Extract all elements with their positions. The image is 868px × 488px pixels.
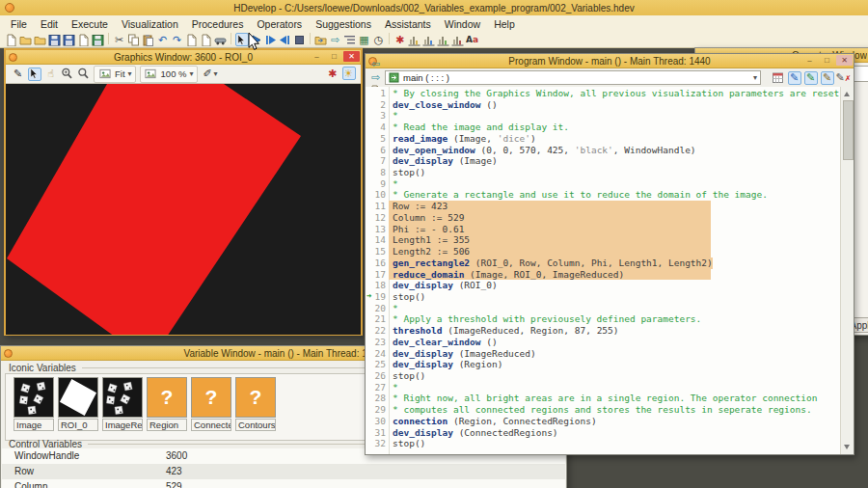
set-pc-icon[interactable]: ⇨ xyxy=(329,33,342,46)
zoom-in-icon[interactable] xyxy=(61,68,74,81)
maximize-button[interactable]: □ xyxy=(326,51,342,62)
histogram-icon[interactable] xyxy=(422,33,436,46)
suggest-icon[interactable]: ✱ xyxy=(393,33,407,46)
nav-forward-icon[interactable]: ⇨ xyxy=(369,71,383,85)
code-line-23[interactable]: 23dev_clear_window () xyxy=(366,337,841,348)
iconic-variable-ImageReduced[interactable]: ImageReduced xyxy=(102,377,143,431)
code-line-19[interactable]: 19➜stop() xyxy=(366,291,841,303)
code-line-25[interactable]: 25dev_display (Region) xyxy=(366,359,841,370)
code-line-7[interactable]: 7dev_display (Image) xyxy=(366,155,841,167)
iconic-variable-Contours[interactable]: ?Contours xyxy=(235,377,276,431)
code-line-30[interactable]: 30connection (Region, ConnectedRegions) xyxy=(366,416,841,427)
code-line-21[interactable]: 21* Apply a threshold with previousely d… xyxy=(366,313,841,325)
code-line-15[interactable]: 15Length2 := 506 xyxy=(366,246,841,258)
code-line-8[interactable]: 8stop() xyxy=(366,167,841,178)
code-line-11[interactable]: 11Row := 423 xyxy=(366,201,841,212)
code-line-13[interactable]: 13Phi := - 0.61 xyxy=(366,224,841,235)
program-window-title-bar[interactable]: Program Window - main () - Main Thread: … xyxy=(366,54,854,68)
profiler-icon[interactable]: ◷ xyxy=(372,33,386,46)
edit-mode-icon[interactable]: ✎ xyxy=(788,71,801,85)
menu-execute[interactable]: Execute xyxy=(65,17,115,31)
minimize-button[interactable]: – xyxy=(801,55,818,66)
bookmark-icon[interactable] xyxy=(772,71,785,85)
variable-thumbnail[interactable]: ? xyxy=(147,377,187,418)
menu-visualization[interactable]: Visualization xyxy=(115,17,185,31)
code-line-24[interactable]: 24dev_display (ImageReduced) xyxy=(366,348,841,360)
draw-tool-icon[interactable]: ✱ xyxy=(326,67,339,80)
chevron-down-icon[interactable]: ▾ xyxy=(214,69,218,78)
code-line-12[interactable]: 12Column := 529 xyxy=(366,212,841,224)
code-line-28[interactable]: 28* Right now, all bright areas are in a… xyxy=(366,393,841,404)
stop-icon[interactable] xyxy=(293,33,307,46)
reset-program-icon[interactable] xyxy=(314,33,328,46)
export-icon[interactable] xyxy=(92,33,105,46)
undo-icon[interactable]: ↶ xyxy=(156,33,170,46)
menu-edit[interactable]: Edit xyxy=(34,17,65,31)
zoom-mode-icon[interactable] xyxy=(77,68,91,81)
fit-zoom-select[interactable]: Fit▾ xyxy=(94,66,136,83)
code-line-1[interactable]: 1* By closing the Graphics Window, all p… xyxy=(366,88,841,99)
open-example-icon[interactable] xyxy=(34,33,47,46)
clear-breakpoints-icon[interactable]: ✎✗ xyxy=(837,71,851,85)
code-line-9[interactable]: 9* xyxy=(366,178,841,190)
menu-suggestions[interactable]: Suggestions xyxy=(309,17,378,31)
syntax-check-icon[interactable]: ✎ xyxy=(821,71,834,85)
code-line-17[interactable]: 17reduce_domain (Image, ROI_0, ImageRedu… xyxy=(366,269,841,281)
grid-icon[interactable]: ▦ xyxy=(358,33,371,46)
code-editor[interactable]: 1* By closing the Graphics Window, all p… xyxy=(366,87,854,454)
vertical-scrollbar[interactable] xyxy=(840,87,854,454)
step-out-icon[interactable] xyxy=(279,33,292,46)
menu-procedures[interactable]: Procedures xyxy=(185,17,251,31)
light-icon[interactable]: ☀ xyxy=(342,67,356,80)
cut-icon[interactable]: ✂ xyxy=(113,33,126,46)
graphics-canvas[interactable] xyxy=(6,84,361,335)
open-program-icon[interactable] xyxy=(19,33,33,46)
iconic-variable-Image[interactable]: Image xyxy=(14,377,54,431)
iconic-variable-ROI_0[interactable]: ROI_0 xyxy=(58,377,98,431)
code-line-16[interactable]: 16gen_rectangle2 (ROI_0, Row, Column, Ph… xyxy=(366,258,841,269)
code-line-14[interactable]: 14Length1 := 355 xyxy=(366,234,841,246)
close-button[interactable]: ✕ xyxy=(343,51,360,62)
annotate-pen-icon[interactable]: ✎ xyxy=(12,68,25,81)
revert-icon[interactable] xyxy=(77,33,91,46)
code-line-5[interactable]: 5read_image (Image, 'dice') xyxy=(366,133,841,145)
maximize-button[interactable]: □ xyxy=(819,55,835,66)
menu-file[interactable]: File xyxy=(4,17,34,31)
code-line-29[interactable]: 29* computes all connected regions and s… xyxy=(366,404,841,416)
menu-help[interactable]: Help xyxy=(487,17,522,31)
code-line-22[interactable]: 22threshold (ImageReduced, Region, 87, 2… xyxy=(366,325,841,337)
run-mode-icon[interactable]: ✎ xyxy=(804,71,818,85)
compare-right-icon[interactable] xyxy=(200,33,213,46)
brush-icon[interactable]: ✐ xyxy=(201,68,214,81)
scroll-thumb[interactable] xyxy=(843,100,854,160)
code-line-6[interactable]: 6dev_open_window (0, 0, 570, 425, 'black… xyxy=(366,145,841,156)
code-line-18[interactable]: 18dev_display (ROI_0) xyxy=(366,280,841,291)
control-variable-row-Column[interactable]: Column529 xyxy=(2,479,565,488)
scroll-down-arrow[interactable] xyxy=(844,445,850,449)
chevron-down-icon[interactable]: ▾ xyxy=(190,69,194,78)
save-as-icon[interactable] xyxy=(63,33,76,46)
code-line-27[interactable]: 27* xyxy=(366,382,841,393)
feature-histogram-icon[interactable] xyxy=(437,33,450,46)
code-line-4[interactable]: 4* Read the image and display it. xyxy=(366,122,841,133)
copy-icon[interactable] xyxy=(127,33,141,46)
code-line-10[interactable]: 10* Generate a rectangle and use it to r… xyxy=(366,189,841,201)
pointer-tool-icon[interactable] xyxy=(28,68,41,81)
paste-icon[interactable] xyxy=(142,33,155,46)
chevron-down-icon[interactable]: ▾ xyxy=(128,69,132,78)
redo-icon[interactable]: ↷ xyxy=(171,33,184,46)
chevron-down-icon[interactable]: ▾ xyxy=(753,73,757,82)
format-icon[interactable] xyxy=(343,33,357,46)
new-program-icon[interactable] xyxy=(5,33,18,46)
feature-inspect-icon[interactable] xyxy=(451,33,465,46)
iconic-variable-ConnectedRegions[interactable]: ?ConnectedRegions xyxy=(191,377,231,431)
ocr-training-icon[interactable]: Aa xyxy=(466,33,479,46)
step-into-icon[interactable] xyxy=(264,33,278,46)
procedure-selector[interactable]: main ( : : : ) ▾ xyxy=(385,70,761,85)
iconic-variable-Region[interactable]: ?Region xyxy=(147,377,187,431)
variable-thumbnail[interactable]: ? xyxy=(235,377,276,418)
code-line-32[interactable]: 32stop() xyxy=(366,438,841,449)
nav-back-icon[interactable]: ⇦ xyxy=(369,58,383,71)
variable-thumbnail[interactable] xyxy=(58,377,98,418)
save-icon[interactable] xyxy=(48,33,62,46)
